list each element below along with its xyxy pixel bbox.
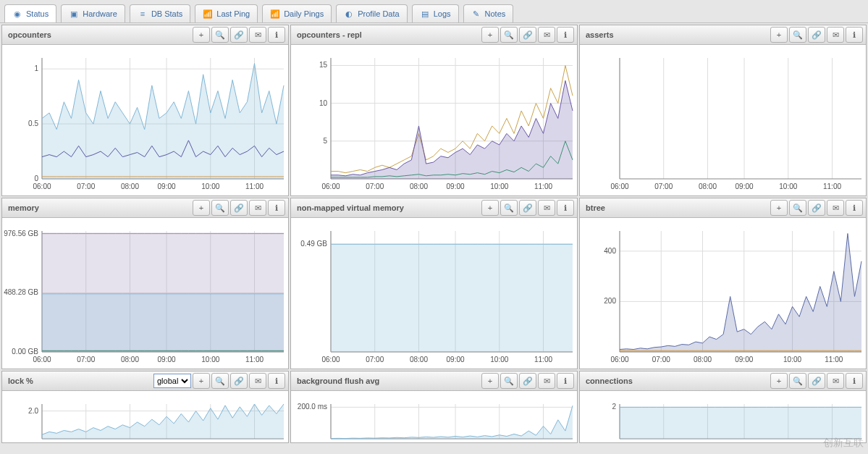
info-button[interactable]: ℹ (557, 373, 574, 389)
tab-lastping[interactable]: 📶Last Ping (195, 4, 258, 22)
plus-button[interactable]: + (770, 373, 788, 389)
mail-button[interactable]: ✉ (249, 27, 266, 43)
ping-icon: 📶 (270, 9, 280, 19)
mail-button[interactable]: ✉ (249, 373, 266, 389)
panel-header: non-mapped virtual memory+🔍🔗✉ℹ (291, 198, 577, 218)
link-button[interactable]: 🔗 (519, 200, 536, 216)
search-icon: 🔍 (793, 30, 803, 40)
mail-button[interactable]: ✉ (249, 200, 266, 216)
chart-asserts: 06:0007:0008:0009:0010:0011:00 (580, 45, 866, 196)
search-icon: 🔍 (793, 203, 803, 213)
svg-text:08:00: 08:00 (699, 182, 717, 190)
plus-button[interactable]: + (481, 27, 499, 43)
info-button[interactable]: ℹ (557, 200, 574, 216)
panel-toolbar: +🔍🔗✉ℹ (481, 27, 574, 43)
mail-button[interactable]: ✉ (538, 373, 555, 389)
plus-button[interactable]: + (193, 200, 210, 216)
search-button[interactable]: 🔍 (789, 200, 806, 216)
search-button[interactable]: 🔍 (500, 373, 518, 389)
info-button[interactable]: ℹ (268, 27, 285, 43)
link-icon: 🔗 (812, 203, 822, 213)
svg-text:0.5: 0.5 (28, 119, 38, 127)
tab-label: Notes (485, 9, 506, 18)
link-button[interactable]: 🔗 (230, 27, 248, 43)
link-button[interactable]: 🔗 (230, 200, 248, 216)
chart-memory: 0.00 GB488.28 GB976.56 GB06:0007:0008:00… (2, 218, 288, 369)
svg-text:400: 400 (604, 247, 616, 255)
mail-icon: ✉ (544, 30, 550, 40)
plus-button[interactable]: + (770, 200, 788, 216)
info-button[interactable]: ℹ (846, 200, 863, 216)
search-button[interactable]: 🔍 (211, 373, 229, 389)
lock-scope-select[interactable]: global (153, 374, 191, 388)
tab-profiledata[interactable]: ◐Profile Data (336, 4, 407, 22)
mail-button[interactable]: ✉ (827, 373, 844, 389)
search-icon: 🔍 (215, 30, 225, 40)
panel-title: memory (5, 203, 39, 212)
search-button[interactable]: 🔍 (789, 27, 806, 43)
svg-text:1: 1 (34, 64, 38, 72)
mail-button[interactable]: ✉ (538, 27, 555, 43)
svg-text:5: 5 (323, 137, 327, 145)
chart-opcounters-repl: 5101506:0007:0008:0009:0010:0011:00 (291, 45, 577, 196)
svg-text:07:00: 07:00 (77, 182, 95, 190)
link-button[interactable]: 🔗 (808, 373, 825, 389)
plus-button[interactable]: + (193, 373, 210, 389)
search-button[interactable]: 🔍 (211, 200, 229, 216)
search-button[interactable]: 🔍 (500, 27, 518, 43)
svg-text:10:00: 10:00 (201, 356, 219, 363)
search-button[interactable]: 🔍 (500, 200, 518, 216)
svg-text:08:00: 08:00 (410, 182, 428, 190)
svg-text:06:00: 06:00 (610, 356, 628, 363)
panel-title: background flush avg (294, 377, 379, 385)
mail-button[interactable]: ✉ (827, 27, 844, 43)
panel-connections: connections+🔍🔗✉ℹ2 (579, 371, 867, 443)
info-button[interactable]: ℹ (557, 27, 574, 43)
mail-button[interactable]: ✉ (827, 200, 844, 216)
link-button[interactable]: 🔗 (808, 200, 825, 216)
svg-text:06:00: 06:00 (321, 356, 340, 363)
panel-header: connections+🔍🔗✉ℹ (580, 371, 866, 391)
svg-text:976.56 GB: 976.56 GB (4, 230, 38, 237)
search-button[interactable]: 🔍 (789, 373, 806, 389)
tab-notes[interactable]: ✎Notes (463, 4, 514, 22)
mail-icon: ✉ (833, 377, 839, 386)
svg-text:11:00: 11:00 (245, 182, 264, 190)
svg-text:07:00: 07:00 (654, 182, 673, 190)
tab-logs[interactable]: ▤Logs (412, 4, 459, 22)
panel-toolbar: +🔍🔗✉ℹ (770, 200, 863, 216)
info-button[interactable]: ℹ (846, 373, 863, 389)
svg-text:11:00: 11:00 (823, 182, 841, 190)
svg-text:09:00: 09:00 (735, 356, 753, 363)
tab-dbstats[interactable]: ≡DB Stats (130, 4, 190, 22)
info-button[interactable]: ℹ (268, 373, 285, 389)
plus-button[interactable]: + (193, 27, 210, 43)
info-button[interactable]: ℹ (268, 200, 285, 216)
mail-button[interactable]: ✉ (538, 200, 555, 216)
info-button[interactable]: ℹ (846, 27, 863, 43)
plus-button[interactable]: + (481, 373, 499, 389)
svg-text:15: 15 (319, 61, 328, 69)
panel-header: background flush avg+🔍🔗✉ℹ (291, 371, 577, 391)
panel-lock-pct: lock %global+🔍🔗✉ℹ2.0 (1, 371, 289, 443)
panel-header: memory+🔍🔗✉ℹ (2, 198, 288, 218)
plus-icon: + (777, 30, 781, 39)
search-button[interactable]: 🔍 (211, 27, 229, 43)
tab-status[interactable]: ◉Status (4, 4, 56, 22)
svg-text:07:00: 07:00 (77, 356, 95, 363)
link-button[interactable]: 🔗 (519, 27, 536, 43)
link-button[interactable]: 🔗 (808, 27, 825, 43)
tab-hardware[interactable]: ▣Hardware (61, 4, 125, 22)
plus-button[interactable]: + (481, 200, 499, 216)
svg-text:08:00: 08:00 (410, 356, 428, 363)
link-button[interactable]: 🔗 (230, 373, 248, 389)
tab-dailypings[interactable]: 📶Daily Pings (262, 4, 332, 22)
svg-text:09:00: 09:00 (158, 356, 176, 363)
svg-text:07:00: 07:00 (366, 356, 384, 363)
panel-toolbar: +🔍🔗✉ℹ (770, 27, 863, 43)
link-button[interactable]: 🔗 (519, 373, 536, 389)
link-icon: 🔗 (234, 203, 244, 213)
panel-toolbar: +🔍🔗✉ℹ (193, 200, 285, 216)
plus-button[interactable]: + (770, 27, 788, 43)
profile-icon: ◐ (344, 9, 354, 19)
